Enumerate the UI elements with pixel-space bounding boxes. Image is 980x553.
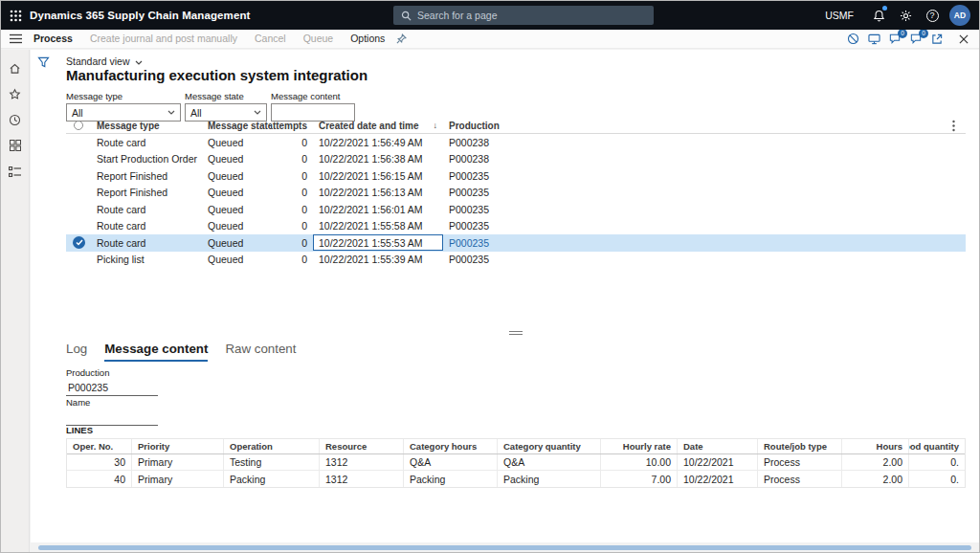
cell-message-type: Picking list <box>91 252 202 269</box>
col-category-quantity[interactable]: Category quantity <box>498 439 601 453</box>
message-row[interactable]: Report Finished Queued 0 10/22/2021 1:56… <box>66 167 966 185</box>
hamburger-icon[interactable] <box>1 30 30 48</box>
chat-badge: 0 <box>898 29 907 38</box>
message-row[interactable]: Start Production Order Queued 0 10/22/20… <box>66 151 966 168</box>
row-checkbox[interactable] <box>66 185 91 202</box>
cell-end <box>947 151 966 168</box>
company-selector[interactable]: USMF <box>813 1 865 30</box>
col-good-quantity[interactable]: Good quantity <box>909 439 965 453</box>
row-checkbox[interactable] <box>66 252 91 269</box>
clock-icon[interactable] <box>7 111 24 128</box>
header-filler <box>529 118 947 133</box>
col-resource[interactable]: Resource <box>320 439 404 453</box>
global-search-input[interactable]: Search for a page <box>393 6 654 25</box>
cell-failed-attempts: 0 <box>271 185 313 202</box>
close-icon[interactable] <box>955 31 972 48</box>
line-row[interactable]: 30 Primary Testing 1312 Q&A Q&A 10.00 10… <box>67 454 965 471</box>
row-checkbox[interactable] <box>66 201 91 218</box>
cell-production: P000235 <box>443 167 529 185</box>
cell-message-state: Queued <box>202 167 271 185</box>
cell-created-date: 10/22/2021 1:55:39 AM <box>313 252 443 269</box>
star-icon[interactable] <box>7 85 24 102</box>
cell-category-quantity: Q&A <box>498 454 601 470</box>
cell-created-date: 10/22/2021 1:56:15 AM <box>313 167 443 185</box>
column-options-icon[interactable] <box>947 118 966 133</box>
workspaces-icon[interactable] <box>7 163 24 180</box>
col-hourly-rate[interactable]: Hourly rate <box>601 439 678 453</box>
message-row[interactable]: Route card Queued 0 10/22/2021 1:56:01 A… <box>66 201 966 218</box>
cell-failed-attempts: 0 <box>271 234 313 252</box>
row-checkbox[interactable] <box>66 218 91 235</box>
col-message-state[interactable]: Message state <box>202 118 271 133</box>
view-selector[interactable]: Standard view <box>66 55 143 67</box>
line-row[interactable]: 40 Primary Packing 1312 Packing Packing … <box>67 471 965 487</box>
name-field-label: Name <box>66 397 158 408</box>
process-button[interactable]: Process <box>30 30 81 48</box>
options-button[interactable]: Options <box>342 30 393 48</box>
tab-raw-content[interactable]: Raw content <box>225 342 296 362</box>
focused-cell-value[interactable]: 10/22/2021 1:55:53 AM <box>313 234 443 251</box>
monitor-icon[interactable] <box>865 31 882 48</box>
row-checkbox[interactable] <box>66 167 91 185</box>
tab-message-content[interactable]: Message content <box>104 342 208 362</box>
avatar[interactable]: AD <box>949 5 970 26</box>
horizontal-scrollbar-thumb[interactable] <box>38 545 971 550</box>
pin-icon[interactable] <box>396 33 407 44</box>
cell-production-link[interactable]: P000235 <box>443 234 529 252</box>
col-operation[interactable]: Operation <box>224 439 320 453</box>
col-priority[interactable]: Priority <box>132 439 224 453</box>
bell-icon[interactable] <box>865 1 892 30</box>
col-route-job-type[interactable]: Route/job type <box>758 439 842 453</box>
cell-oper-no: 30 <box>67 454 132 470</box>
queue-button[interactable]: Queue <box>295 30 343 48</box>
col-production[interactable]: Production <box>443 118 529 133</box>
cell-end <box>947 234 966 252</box>
search-icon <box>401 11 412 21</box>
details-tabs: Log Message content Raw content <box>66 342 296 362</box>
cell-resource: 1312 <box>320 471 404 487</box>
message-row[interactable]: Report Finished Queued 0 10/22/2021 1:56… <box>66 185 966 202</box>
row-checkbox[interactable] <box>66 151 91 168</box>
circle-slash-icon[interactable] <box>844 31 861 48</box>
production-field: Production P000235 <box>66 367 158 396</box>
col-message-type[interactable]: Message type <box>91 118 202 133</box>
home-icon[interactable] <box>7 59 24 77</box>
cancel-button[interactable]: Cancel <box>246 30 295 48</box>
message-row[interactable]: Route card Queued 0 10/22/2021 1:56:49 A… <box>66 134 966 151</box>
cell-category-hours: Packing <box>404 471 498 487</box>
production-field-value[interactable]: P000235 <box>66 380 158 396</box>
tab-log[interactable]: Log <box>66 342 87 362</box>
gear-icon[interactable] <box>892 1 919 30</box>
cell-created-date-focused[interactable]: 10/22/2021 1:55:53 AM <box>313 234 443 252</box>
bell-badge-dot <box>882 6 887 11</box>
row-checkbox-checked[interactable] <box>66 234 91 252</box>
message-row[interactable]: Route card Queued 0 10/22/2021 1:55:58 A… <box>66 218 966 235</box>
col-date[interactable]: Date <box>678 439 758 453</box>
horizontal-scrollbar[interactable] <box>31 542 979 552</box>
feedback-icon[interactable]: 0 <box>907 31 924 48</box>
col-failed-attempts[interactable]: Failed attempts <box>271 118 313 133</box>
message-row-selected[interactable]: Route card Queued 0 10/22/2021 1:55:53 A… <box>66 234 966 252</box>
col-oper-no[interactable]: Oper. No. <box>67 439 132 453</box>
col-category-hours[interactable]: Category hours <box>404 439 498 453</box>
message-row[interactable]: Picking list Queued 0 10/22/2021 1:55:39… <box>66 252 966 269</box>
cell-message-type: Route card <box>91 201 202 218</box>
pane-splitter-handle[interactable] <box>66 328 966 337</box>
row-checkbox[interactable] <box>66 134 91 151</box>
select-all-checkbox[interactable] <box>66 118 91 133</box>
name-field-value[interactable] <box>66 409 158 426</box>
col-created-date[interactable]: Created date and time ↓ <box>313 118 443 133</box>
cell-message-state: Queued <box>202 234 271 252</box>
create-journal-button[interactable]: Create journal and post manually <box>81 30 246 48</box>
cell-hourly-rate: 7.00 <box>601 471 678 487</box>
modules-icon[interactable] <box>7 137 24 154</box>
chat-icon[interactable]: 0 <box>886 31 903 48</box>
col-hours[interactable]: Hours <box>842 439 909 453</box>
popout-icon[interactable] <box>928 31 946 48</box>
cell-production: P000235 <box>443 252 529 269</box>
help-icon[interactable]: ? <box>919 1 946 30</box>
filter-funnel-icon[interactable] <box>37 56 50 68</box>
cell-priority: Primary <box>132 454 224 470</box>
waffle-icon[interactable] <box>1 1 30 30</box>
app-title[interactable]: Dynamics 365 Supply Chain Management <box>30 10 250 21</box>
